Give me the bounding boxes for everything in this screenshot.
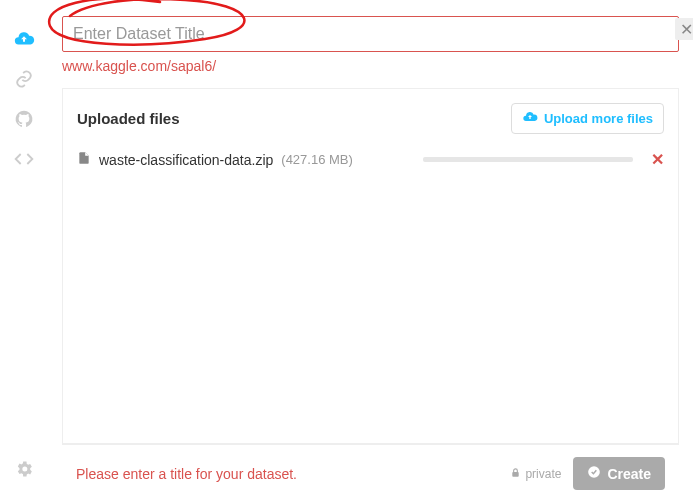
cloud-upload-icon xyxy=(522,109,538,128)
file-icon xyxy=(77,150,91,169)
close-icon[interactable]: ✕ xyxy=(675,18,693,40)
svg-rect-0 xyxy=(513,472,519,477)
uploaded-files-panel: Uploaded files Upload more files waste-c… xyxy=(62,88,679,444)
error-message: Please enter a title for your dataset. xyxy=(76,466,498,482)
code-icon[interactable] xyxy=(13,148,35,170)
delete-file-icon[interactable]: ✕ xyxy=(651,150,664,169)
privacy-indicator[interactable]: private xyxy=(510,467,561,481)
file-progress-bar xyxy=(423,157,633,162)
link-icon[interactable] xyxy=(13,68,35,90)
file-name: waste-classification-data.zip xyxy=(99,152,273,168)
file-size: (427.16 MB) xyxy=(281,152,353,167)
upload-more-label: Upload more files xyxy=(544,111,653,126)
topbar: ✕ www.kaggle.com/sapal6/ xyxy=(48,0,693,74)
footer: Please enter a title for your dataset. p… xyxy=(62,444,679,502)
create-button[interactable]: Create xyxy=(573,457,665,490)
upload-more-button[interactable]: Upload more files xyxy=(511,103,664,134)
create-label: Create xyxy=(607,466,651,482)
lock-icon xyxy=(510,467,521,481)
dataset-title-input[interactable] xyxy=(62,16,679,52)
privacy-label: private xyxy=(525,467,561,481)
check-circle-icon xyxy=(587,465,601,482)
dataset-url: www.kaggle.com/sapal6/ xyxy=(62,58,679,74)
file-row: waste-classification-data.zip (427.16 MB… xyxy=(63,144,678,175)
main-content: ✕ www.kaggle.com/sapal6/ Uploaded files … xyxy=(48,0,693,502)
sidebar xyxy=(0,0,48,502)
github-icon[interactable] xyxy=(13,108,35,130)
gear-icon[interactable] xyxy=(13,458,35,480)
upload-cloud-icon[interactable] xyxy=(13,28,35,50)
panel-title: Uploaded files xyxy=(77,110,180,127)
